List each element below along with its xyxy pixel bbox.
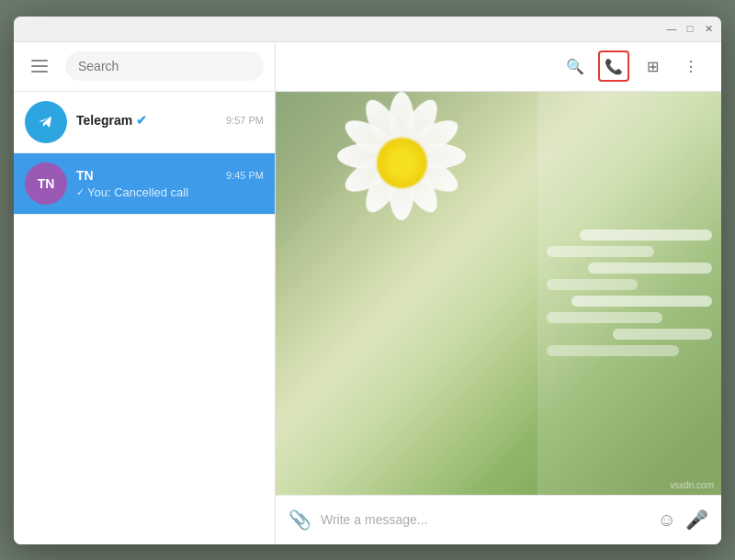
hamburger-line xyxy=(31,60,48,62)
chat-preview-tn: ✓ You: Cancelled call xyxy=(76,185,264,199)
message-bubble xyxy=(547,246,654,257)
avatar-telegram xyxy=(25,101,67,143)
sidebar-header xyxy=(14,42,275,92)
main-layout: Telegram ✔ 9:57 PM TN xyxy=(14,42,721,544)
chat-time: 9:57 PM xyxy=(226,115,264,126)
emoji-icon[interactable]: ☺ xyxy=(658,510,676,531)
verified-icon: ✔ xyxy=(136,113,147,128)
chat-name-row: Telegram ✔ 9:57 PM xyxy=(76,113,264,128)
daisy-decoration xyxy=(312,92,496,266)
chat-name: Telegram ✔ xyxy=(76,113,147,128)
watermark: vsxdn.com xyxy=(670,480,714,490)
more-button[interactable]: ⋮ xyxy=(675,50,707,82)
menu-button[interactable] xyxy=(25,51,54,81)
search-chat-button[interactable]: 🔍 xyxy=(560,50,591,82)
avatar-tn: TN xyxy=(25,162,67,205)
chat-name-row-tn: TN 9:45 PM xyxy=(76,168,264,183)
more-icon: ⋮ xyxy=(684,58,698,75)
message-bubble xyxy=(588,263,712,274)
call-button[interactable]: 📞 xyxy=(598,50,629,82)
chat-info-telegram: Telegram ✔ 9:57 PM xyxy=(76,113,264,130)
chat-time-tn: 9:45 PM xyxy=(226,170,264,181)
check-icon: ✓ xyxy=(76,186,85,198)
chat-header: 🔍 📞 ⊞ ⋮ xyxy=(276,42,721,92)
messages-overlay xyxy=(537,92,721,495)
chat-footer: 📎 ☺ 🎤 xyxy=(276,495,721,544)
minimize-button[interactable]: — xyxy=(666,23,677,34)
title-bar: — □ ✕ xyxy=(14,17,721,42)
chat-info-tn: TN 9:45 PM ✓ You: Cancelled call xyxy=(76,168,264,199)
chat-item-telegram[interactable]: Telegram ✔ 9:57 PM xyxy=(14,92,275,153)
search-input[interactable] xyxy=(78,59,251,73)
search-icon: 🔍 xyxy=(566,58,584,75)
layout-button[interactable]: ⊞ xyxy=(637,50,668,82)
daisy-center xyxy=(377,138,427,188)
hamburger-line xyxy=(31,65,48,67)
message-bubble xyxy=(613,329,712,340)
message-input[interactable] xyxy=(321,512,649,527)
close-button[interactable]: ✕ xyxy=(703,23,714,34)
mic-icon[interactable]: 🎤 xyxy=(685,509,708,531)
search-box[interactable] xyxy=(65,51,264,81)
message-bubble xyxy=(580,230,712,241)
message-bubble xyxy=(547,312,662,323)
chat-name-tn: TN xyxy=(76,168,94,183)
footer-right-icons: ☺ 🎤 xyxy=(658,509,708,531)
app-window: — □ ✕ xyxy=(14,17,721,544)
chat-background: vsxdn.com xyxy=(276,92,721,495)
hamburger-line xyxy=(31,71,48,73)
message-bubble xyxy=(547,345,679,356)
message-bubble xyxy=(547,279,638,290)
phone-icon: 📞 xyxy=(605,58,623,75)
layout-icon: ⊞ xyxy=(647,58,659,75)
sidebar: Telegram ✔ 9:57 PM TN xyxy=(14,42,276,544)
attach-icon[interactable]: 📎 xyxy=(288,509,311,531)
message-bubble xyxy=(571,296,712,307)
chat-area: 🔍 📞 ⊞ ⋮ xyxy=(276,42,721,544)
maximize-button[interactable]: □ xyxy=(684,23,695,34)
chat-item-tn[interactable]: TN TN 9:45 PM ✓ You: Cancelled call xyxy=(14,153,275,215)
chat-list: Telegram ✔ 9:57 PM TN xyxy=(14,92,275,544)
